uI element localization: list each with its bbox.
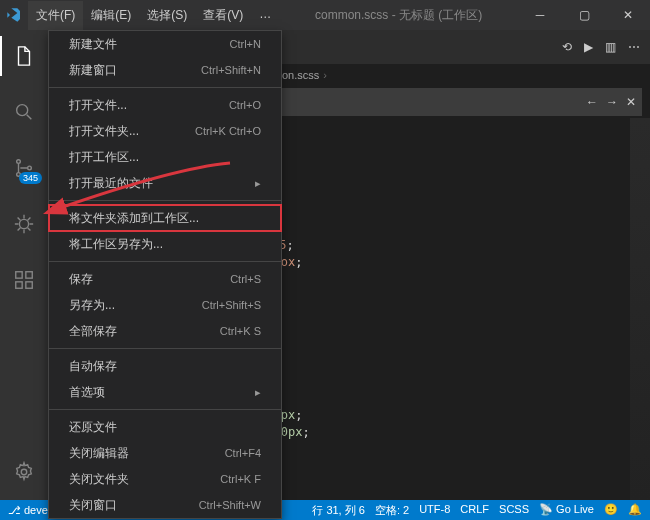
close-button[interactable]: ✕	[606, 0, 650, 30]
menu-more[interactable]: …	[251, 1, 279, 30]
menu-item[interactable]: 全部保存Ctrl+K S	[49, 318, 281, 344]
menu-item[interactable]: 自动保存	[49, 353, 281, 379]
feedback-icon[interactable]: 🙂	[604, 503, 618, 518]
indentation[interactable]: 空格: 2	[375, 503, 409, 518]
compare-icon[interactable]: ⟲	[562, 40, 572, 54]
menu-item[interactable]: 将工作区另存为...	[49, 231, 281, 257]
menu-item[interactable]: 关闭窗口Ctrl+Shift+W	[49, 492, 281, 518]
menubar: 文件(F) 编辑(E) 选择(S) 查看(V) …	[28, 1, 279, 30]
files-icon[interactable]	[0, 36, 48, 76]
menu-item[interactable]: 打开工作区...	[49, 144, 281, 170]
go-live[interactable]: 📡 Go Live	[539, 503, 594, 518]
menu-item[interactable]: 首选项▸	[49, 379, 281, 405]
eol[interactable]: CRLF	[460, 503, 489, 518]
svg-point-1	[17, 160, 21, 164]
menu-item[interactable]: 打开文件...Ctrl+O	[49, 92, 281, 118]
app-logo	[0, 0, 28, 30]
maximize-button[interactable]: ▢	[562, 0, 606, 30]
menu-separator	[49, 409, 281, 410]
file-menu-dropdown: 新建文件Ctrl+N新建窗口Ctrl+Shift+N打开文件...Ctrl+O打…	[48, 30, 282, 519]
svg-rect-6	[26, 272, 32, 278]
menu-item[interactable]: 保存Ctrl+S	[49, 266, 281, 292]
encoding[interactable]: UTF-8	[419, 503, 450, 518]
svg-point-9	[21, 469, 27, 475]
svg-point-4	[19, 219, 28, 228]
editor-actions: ⟲ ▶ ▥ ⋯	[552, 40, 650, 54]
search-icon[interactable]	[0, 92, 48, 132]
menu-edit[interactable]: 编辑(E)	[83, 1, 139, 30]
menu-separator	[49, 261, 281, 262]
scm-badge: 345	[19, 172, 42, 184]
menu-item[interactable]: 将文件夹添加到工作区...	[49, 205, 281, 231]
notifications-icon[interactable]: 🔔	[628, 503, 642, 518]
menu-item[interactable]: 新建窗口Ctrl+Shift+N	[49, 57, 281, 83]
menu-item[interactable]: 另存为...Ctrl+Shift+S	[49, 292, 281, 318]
menu-separator	[49, 348, 281, 349]
window-controls: ─ ▢ ✕	[518, 0, 650, 30]
run-icon[interactable]: ▶	[584, 40, 593, 54]
source-control-icon[interactable]: 345	[0, 148, 48, 188]
svg-rect-5	[16, 272, 22, 278]
menu-item[interactable]: 打开最近的文件▸	[49, 170, 281, 196]
extensions-icon[interactable]	[0, 260, 48, 300]
svg-point-0	[17, 105, 28, 116]
menu-selection[interactable]: 选择(S)	[139, 1, 195, 30]
menu-item[interactable]: 新建文件Ctrl+N	[49, 31, 281, 57]
language-mode[interactable]: SCSS	[499, 503, 529, 518]
next-match-icon[interactable]: →	[606, 95, 618, 109]
cursor-position[interactable]: 行 31, 列 6	[312, 503, 365, 518]
menu-item[interactable]: 关闭文件夹Ctrl+K F	[49, 466, 281, 492]
window-title: common.scss - 无标题 (工作区)	[279, 7, 518, 24]
menu-view[interactable]: 查看(V)	[195, 1, 251, 30]
menu-separator	[49, 200, 281, 201]
close-find-icon[interactable]: ✕	[626, 95, 636, 109]
menu-separator	[49, 87, 281, 88]
prev-match-icon[interactable]: ←	[586, 95, 598, 109]
activity-bar: 345	[0, 30, 48, 500]
svg-rect-8	[26, 282, 32, 288]
minimap[interactable]	[630, 118, 650, 500]
svg-rect-7	[16, 282, 22, 288]
settings-gear-icon[interactable]	[0, 452, 48, 492]
menu-item[interactable]: 打开文件夹...Ctrl+K Ctrl+O	[49, 118, 281, 144]
minimize-button[interactable]: ─	[518, 0, 562, 30]
titlebar: 文件(F) 编辑(E) 选择(S) 查看(V) … common.scss - …	[0, 0, 650, 30]
menu-item[interactable]: 关闭编辑器Ctrl+F4	[49, 440, 281, 466]
menu-file[interactable]: 文件(F)	[28, 1, 83, 30]
split-editor-icon[interactable]: ▥	[605, 40, 616, 54]
menu-item[interactable]: 还原文件	[49, 414, 281, 440]
more-icon[interactable]: ⋯	[628, 40, 640, 54]
svg-point-3	[28, 166, 32, 170]
debug-icon[interactable]	[0, 204, 48, 244]
